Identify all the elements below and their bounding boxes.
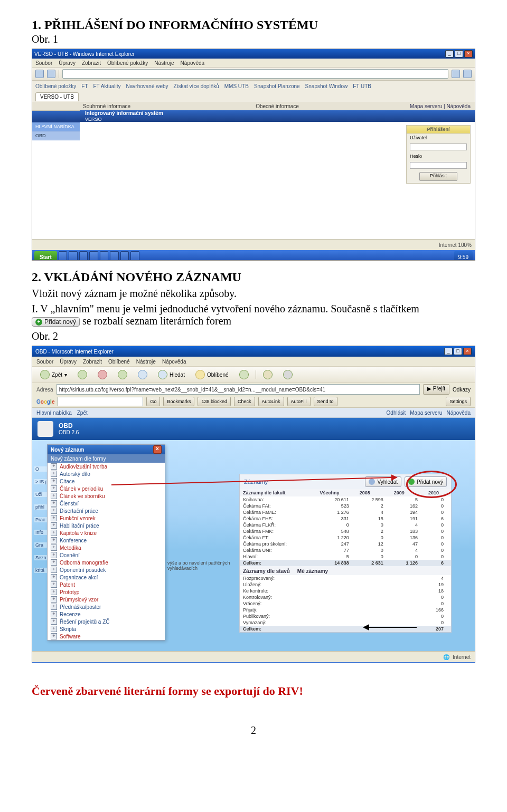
google-go[interactable]: Go [146, 397, 160, 406]
bookmark-item[interactable]: Získat více doplňků [174, 83, 219, 89]
popup-item[interactable]: Členství [48, 500, 165, 507]
popup-item[interactable]: Autorský dílo [48, 470, 165, 477]
bookmark-item[interactable]: Snapshot Planzone [254, 83, 300, 89]
menu-item[interactable]: Nástroje [136, 359, 156, 365]
search-button[interactable]: Hledat [154, 368, 189, 381]
maximize-button[interactable]: □ [454, 348, 462, 355]
menu-item[interactable]: Zobrazit [83, 359, 102, 365]
history-button[interactable] [236, 368, 252, 381]
login-submit-button[interactable]: Přihlásit [419, 172, 457, 181]
popup-item[interactable]: Kapitola v knize [48, 529, 165, 537]
login-user-input[interactable] [410, 144, 467, 150]
print-button[interactable] [279, 368, 296, 381]
popup-item[interactable]: Řešení projektů a ZČ [48, 618, 165, 625]
menu-item[interactable]: Nápověda [162, 359, 186, 365]
menu-item[interactable]: Oblíbené [108, 359, 130, 365]
browser-tab[interactable]: VERSO - UTB [35, 92, 79, 101]
back-icon[interactable] [35, 70, 44, 78]
bookmark-item[interactable]: Snapshot Window [305, 83, 348, 89]
popup-close-icon[interactable]: × [153, 445, 162, 454]
bookmark-item[interactable]: Navrhované weby [126, 83, 168, 89]
google-check[interactable]: Check [234, 397, 255, 406]
minimize-button[interactable]: _ [445, 50, 454, 58]
task-button[interactable] [130, 251, 139, 261]
stop-icon [98, 370, 107, 379]
home-button[interactable] [134, 368, 151, 381]
stop-icon[interactable] [463, 70, 472, 78]
popup-item[interactable]: Článek v periodiku [48, 485, 165, 492]
menu-item[interactable]: Soubor [36, 359, 53, 365]
popup-item[interactable]: Habilitační práce [48, 522, 165, 529]
menu-item[interactable]: Úpravy [59, 60, 76, 66]
start-button[interactable]: Start [34, 251, 57, 261]
stop-button[interactable] [94, 368, 111, 381]
google-search-input[interactable] [58, 397, 143, 406]
nav-odhlasit[interactable]: Odhlásit [387, 410, 406, 416]
google-autofill[interactable]: AutoFill [287, 397, 311, 406]
popup-item[interactable]: Průmyslový vzor [48, 596, 165, 603]
popup-item[interactable]: Metodika [48, 544, 165, 551]
forward-button[interactable] [74, 368, 91, 381]
bookmark-item[interactable]: FT Aktuality [93, 83, 121, 89]
login-pass-input[interactable] [410, 162, 467, 169]
task-button[interactable] [100, 251, 109, 261]
bookmark-item[interactable]: Oblíbené položky [35, 83, 76, 89]
google-blocked[interactable]: 138 blocked [198, 397, 231, 406]
bookmark-item[interactable]: MMS UTB [224, 83, 249, 89]
refresh-icon[interactable] [452, 70, 460, 78]
forward-icon[interactable] [47, 70, 55, 78]
favorites-button[interactable]: Oblíbené [192, 368, 232, 381]
popup-item[interactable]: Recenze [48, 610, 165, 618]
task-button[interactable] [79, 251, 88, 261]
popup-item[interactable]: Oponentní posudek [48, 566, 165, 574]
popup-item[interactable]: Organizace akcí [48, 574, 165, 581]
go-button[interactable]: ▶ Přejít [423, 384, 449, 395]
pridat-novy-button[interactable]: Přidat nový [405, 476, 447, 487]
task-button[interactable] [69, 251, 78, 261]
google-autolink[interactable]: AutoLink [258, 397, 284, 406]
popup-item[interactable]: Funkční vzorek [48, 514, 165, 522]
close-button[interactable]: × [464, 50, 473, 58]
popup-item[interactable]: Přednáška/poster [48, 603, 165, 610]
menu-item[interactable]: Soubor [35, 60, 52, 66]
popup-item[interactable]: Ocenění [48, 551, 165, 559]
popup-item[interactable]: Odborná monografie [48, 559, 165, 566]
popup-item[interactable]: Prototyp [48, 588, 165, 596]
task-button[interactable] [120, 251, 129, 261]
menu-item[interactable]: Nápověda [181, 60, 205, 66]
popup-item[interactable]: Článek ve sborníku [48, 492, 165, 500]
bookmark-item[interactable]: FT [81, 83, 88, 89]
popup-item[interactable]: Skripta [48, 625, 165, 633]
minimize-button[interactable]: _ [444, 348, 453, 355]
google-sendto[interactable]: Send to [314, 397, 337, 406]
task-button[interactable] [89, 251, 98, 261]
popup-item[interactable]: Audiovizuální tvorba [48, 463, 165, 470]
nav-napoveda[interactable]: Nápověda [446, 410, 471, 416]
menu-item[interactable]: Oblíbené položky [107, 60, 148, 66]
popup-item[interactable]: Disertační práce [48, 507, 165, 514]
address-field[interactable]: http://sirius.utb.cz/fcgi/verso.fpl?fnam… [57, 384, 420, 395]
popup-item[interactable]: Software [48, 633, 165, 640]
popup-item[interactable]: Patent [48, 581, 165, 588]
back-button[interactable]: Zpět ▾ [36, 368, 71, 381]
menu-item[interactable]: Zobrazit [82, 60, 101, 66]
google-bookmarks[interactable]: Bookmarks [163, 397, 194, 406]
task-button[interactable] [110, 251, 119, 261]
refresh-button[interactable] [114, 368, 131, 381]
nav-zpet[interactable]: Zpět [77, 410, 88, 416]
close-button[interactable]: × [463, 348, 472, 355]
popup-item[interactable]: Konference [48, 537, 165, 544]
menu-item[interactable]: Úpravy [60, 359, 77, 365]
bookmark-item[interactable]: FT UTB [353, 83, 371, 89]
menu-item[interactable]: Nástroje [154, 60, 174, 66]
address-bar[interactable] [62, 69, 448, 79]
mail-button[interactable] [259, 368, 276, 381]
nav-item-obd[interactable]: OBD [32, 131, 80, 140]
nav-hlavni[interactable]: Hlavní nabídka [36, 410, 72, 416]
map-link[interactable]: Mapa serveru | Nápověda [410, 103, 471, 109]
links-button[interactable]: Odkazy [453, 387, 471, 393]
google-settings[interactable]: Settings [446, 397, 471, 406]
task-button[interactable] [59, 251, 68, 261]
nav-mapa[interactable]: Mapa serveru [410, 410, 442, 416]
maximize-button[interactable]: □ [455, 50, 463, 58]
